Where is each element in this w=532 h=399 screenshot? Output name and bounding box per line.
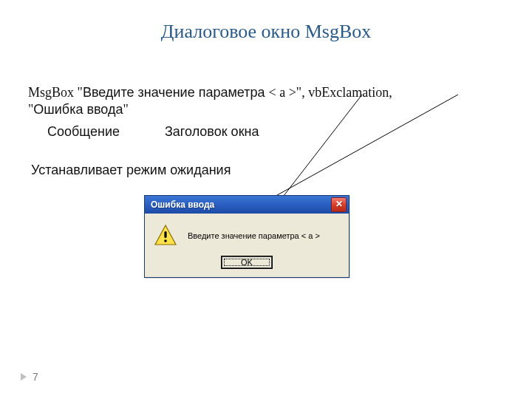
- ok-button-label: OK: [241, 258, 253, 267]
- code-fn: MsgBox: [28, 85, 74, 100]
- msgbox-buttons: OK: [145, 250, 349, 277]
- msgbox-text: Введите значение параметра < a >: [188, 231, 320, 240]
- msgbox-body: Введите значение параметра < a >: [145, 214, 349, 250]
- code-flag: vbExclamation: [308, 85, 389, 100]
- svg-rect-3: [164, 231, 166, 238]
- msgbox-window: Ошибка ввода ✕ Введите значение параметр…: [144, 195, 349, 278]
- code-tq2: ": [123, 102, 129, 117]
- code-after: ",: [296, 85, 308, 100]
- chevron-right-icon: [19, 372, 28, 381]
- slide: Диалоговое окно MsgBox MsgBox "Введите з…: [0, 0, 532, 399]
- close-button[interactable]: ✕: [331, 197, 347, 212]
- code-title: Ошибка ввода: [33, 102, 123, 117]
- page-number: 7: [33, 371, 38, 383]
- ok-button[interactable]: OK: [222, 256, 272, 268]
- svg-marker-5: [21, 373, 27, 381]
- label-window-title: Заголовок окна: [165, 124, 259, 140]
- code-msg: Введите значение параметра: [83, 85, 269, 100]
- svg-point-4: [164, 239, 167, 242]
- exclamation-icon: [154, 224, 177, 248]
- label-message: Сообщение: [47, 124, 120, 140]
- msgbox-titlebar[interactable]: Ошибка ввода ✕: [145, 196, 349, 214]
- arg-labels: Сообщение Заголовок окна: [28, 124, 259, 140]
- slide-title: Диалоговое окно MsgBox: [0, 21, 532, 43]
- code-line: MsgBox "Введите значение параметра < а >…: [28, 84, 517, 117]
- code-param: < а >: [269, 85, 296, 100]
- page-marker: 7: [19, 371, 38, 383]
- code-q1: ": [74, 85, 83, 100]
- label-wait-mode: Устанавливает режим ожидания: [31, 163, 231, 178]
- code-sep: ,: [389, 85, 392, 100]
- close-icon: ✕: [335, 199, 343, 209]
- msgbox-title-text: Ошибка ввода: [151, 200, 214, 210]
